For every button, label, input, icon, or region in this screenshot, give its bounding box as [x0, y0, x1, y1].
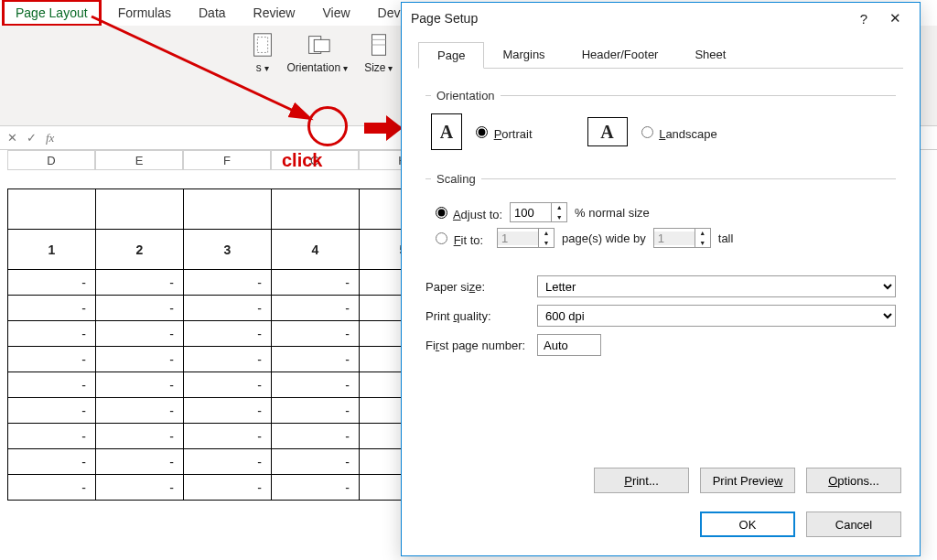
table-header: 2 [96, 230, 184, 270]
normal-size-label: % normal size [575, 206, 650, 220]
tab-formulas[interactable]: Formulas [107, 2, 182, 24]
dialog-tab-sheet[interactable]: Sheet [676, 42, 744, 69]
dialog-tab-page[interactable]: Page [418, 42, 484, 69]
svg-rect-3 [314, 39, 329, 51]
dialog-tab-margins[interactable]: Margins [484, 42, 563, 69]
cancel-icon[interactable]: ✕ [7, 131, 17, 145]
data-table: 1 2 3 4 5 ---- ---- ---- ---- ---- ---- … [7, 188, 447, 501]
tab-page-layout[interactable]: Page Layout [2, 0, 102, 27]
print-button[interactable]: Print... [594, 468, 689, 493]
portrait-radio[interactable]: Portrait [471, 124, 533, 141]
ribbon-orientation[interactable]: Orientation [285, 29, 350, 86]
tab-review[interactable]: Review [242, 2, 307, 24]
col-header[interactable]: F [183, 150, 271, 170]
portrait-icon: A [431, 113, 462, 150]
dialog-title: Page Setup [411, 11, 478, 26]
paper-size-select[interactable]: Letter [537, 275, 896, 297]
table-header: 1 [8, 230, 96, 270]
pages-wide-by-label: page(s) wide by [562, 232, 646, 245]
ribbon-margins[interactable]: s [249, 29, 276, 86]
first-page-number-input[interactable] [537, 334, 601, 356]
fit-tall-spinner[interactable]: ▲▼ [653, 228, 711, 248]
cancel-button[interactable]: Cancel [806, 512, 901, 537]
tab-view[interactable]: View [311, 2, 361, 24]
page-setup-dialog: Page Setup ? ✕ Page Margins Header/Foote… [401, 2, 921, 556]
dialog-tab-header-footer[interactable]: Header/Footer [564, 42, 677, 69]
tall-label: tall [718, 232, 734, 245]
orientation-group: Orientation A Portrait A Landscape [425, 89, 896, 154]
scaling-group: Scaling Adjust to: ▲▼ % normal size Fit … [425, 172, 896, 257]
ok-button[interactable]: OK [700, 512, 795, 537]
landscape-radio[interactable]: Landscape [637, 124, 717, 141]
orientation-icon [302, 29, 333, 60]
fx-icon[interactable]: fx [46, 131, 54, 145]
ribbon-orientation-label: Orientation [286, 62, 347, 74]
print-quality-label: Print quality: [425, 309, 526, 323]
size-icon [363, 29, 394, 60]
tab-data[interactable]: Data [188, 2, 237, 24]
adjust-to-radio[interactable]: Adjust to: [431, 204, 502, 221]
dialog-tabs: Page Margins Header/Footer Sheet [418, 41, 903, 69]
ribbon-margins-label: s [256, 62, 269, 74]
margins-icon [247, 29, 278, 60]
print-quality-select[interactable]: 600 dpi [537, 305, 896, 327]
col-header[interactable]: E [95, 150, 183, 170]
first-page-number-label: First page number: [425, 339, 526, 352]
dialog-close-button[interactable]: ✕ [879, 5, 910, 32]
print-preview-button[interactable]: Print Preview [700, 468, 795, 493]
enter-icon[interactable]: ✓ [27, 131, 37, 145]
options-button[interactable]: Options... [806, 468, 901, 493]
table-header: 4 [272, 230, 360, 270]
col-header[interactable]: D [7, 150, 95, 170]
landscape-icon: A [587, 117, 628, 146]
orientation-legend: Orientation [431, 89, 501, 102]
dialog-help-button[interactable]: ? [848, 5, 879, 32]
ribbon-size-label: Size [364, 62, 393, 74]
fit-to-radio[interactable]: Fit to: [431, 230, 490, 247]
col-header[interactable]: G [271, 150, 359, 170]
ribbon-size[interactable]: Size [359, 29, 399, 86]
paper-size-label: Paper size: [425, 280, 526, 294]
scaling-legend: Scaling [431, 172, 481, 186]
table-header: 3 [184, 230, 272, 270]
fit-wide-spinner[interactable]: ▲▼ [497, 228, 555, 248]
adjust-percent-spinner[interactable]: ▲▼ [510, 202, 567, 222]
